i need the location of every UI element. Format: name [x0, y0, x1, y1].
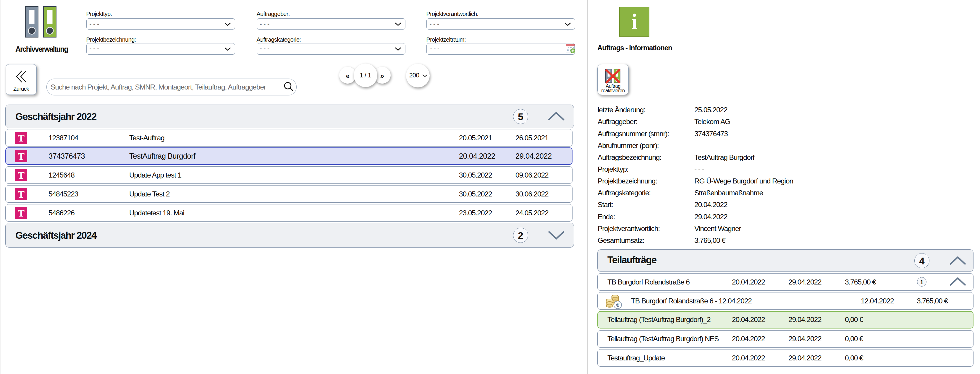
- svg-text:€: €: [616, 302, 619, 308]
